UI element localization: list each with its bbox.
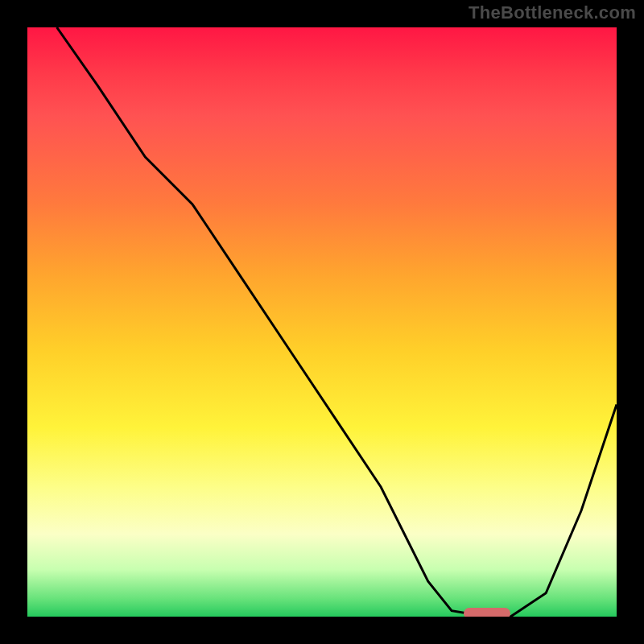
attribution-text: TheBottleneck.com — [469, 2, 636, 23]
chart-plot-area — [24, 24, 620, 620]
optimal-marker — [464, 608, 511, 619]
bottleneck-curve — [27, 27, 617, 617]
curve-path — [57, 27, 617, 617]
